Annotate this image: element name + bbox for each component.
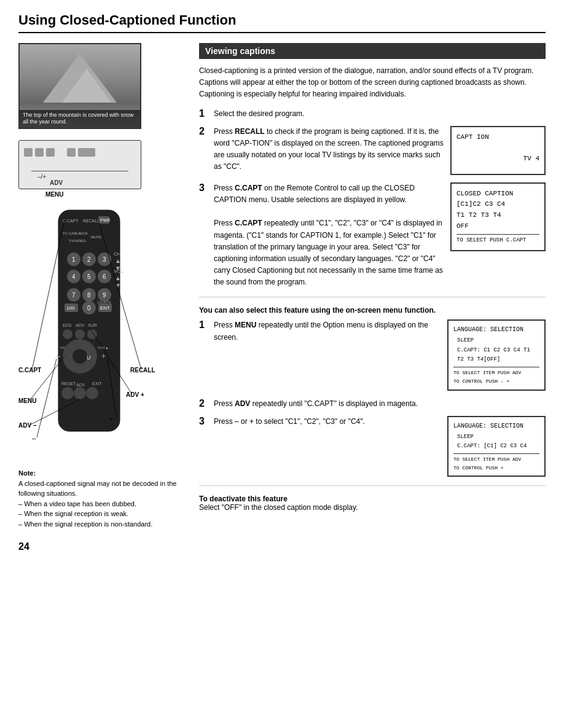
svg-text:8: 8 (87, 292, 91, 299)
section-header: Viewing captions (199, 43, 546, 59)
svg-text:ADV –: ADV – (18, 422, 37, 429)
svg-point-46 (87, 329, 97, 339)
divider-2 (199, 485, 546, 486)
recall-label: RECALL (235, 127, 265, 136)
step-3-text: Press C.CAPT on the Remote Control to ca… (214, 182, 444, 289)
svg-text:1: 1 (72, 256, 76, 263)
menu1-line2: SLEEP (457, 336, 539, 345)
svg-text:MENU: MENU (18, 397, 36, 404)
note-item-2: – When a video tape has been dubbed. (18, 499, 184, 509)
svg-text:4: 4 (72, 273, 76, 280)
screen2-line3: T1 T2 T3 T4 (456, 210, 539, 221)
menu2-note: TO SELECT ITEM PUSH ADVTO CONTROL PUSH + (453, 453, 539, 472)
part2-step-2-num: 2 (199, 398, 209, 409)
svg-text:0: 0 (87, 305, 91, 311)
caption-screen-1: CAPT ION TV 4 (450, 126, 546, 175)
part2-step-1-num: 1 (199, 319, 209, 331)
svg-text:VOL: VOL (114, 268, 124, 274)
svg-text:CH: CH (114, 251, 121, 257)
page-title: Using Closed-Captioned Function (18, 12, 546, 33)
intro-line-3: Captioning is especially helpful for hea… (199, 88, 546, 100)
part2-step-3: 3 Press – or + to select "C1", "C2", "C3… (199, 416, 546, 477)
caption-screen-2: CLOSED CAPTION [C1]C2 C3 C4 T1 T2 T3 T4 … (450, 182, 546, 251)
intro-line-2: Captions will appear at either the top o… (199, 77, 546, 88)
device-label-menu: MENU (45, 191, 63, 198)
svg-point-57 (86, 387, 98, 399)
menu1-note: TO SELECT ITEM PUSH ADVTO CONTROL PUSH –… (453, 367, 539, 385)
note-box: Note: A closed-captioned signal may not … (18, 468, 184, 529)
menu1-line1: LANGUAGE: SELECTION (453, 324, 539, 335)
part2-step-2: 2 Press ADV repeatedly until "C.CAPT" is… (199, 398, 546, 410)
screen2-line5: TO SELECT PUSH C.CAPT (456, 236, 539, 245)
svg-text:6: 6 (103, 273, 106, 280)
tv-image: The top of the mountain is covered with … (18, 43, 141, 129)
screen1-line3: TV 4 (456, 154, 539, 165)
svg-text:ADV +: ADV + (126, 391, 144, 398)
svg-text:TV: TV (63, 232, 68, 235)
svg-text:RECALL: RECALL (130, 367, 155, 374)
menu1-line4: T2 T3 T4[OFF] (457, 355, 539, 364)
note-item-1: A closed-captioned signal may not be dec… (18, 479, 184, 499)
svg-point-45 (75, 329, 85, 339)
step-1-num: 1 (199, 108, 209, 119)
svg-text:9: 9 (103, 292, 106, 299)
svg-text:C.CAPT: C.CAPT (63, 219, 79, 223)
left-column: The top of the mountain is covered with … (18, 43, 184, 552)
svg-text:ENT: ENT (100, 305, 110, 311)
svg-text:100: 100 (66, 305, 75, 311)
part2-step-2-after: repeatedly until "C.CAPT" is displayed i… (253, 399, 418, 408)
note-item-3: – When the signal reception is weak. (18, 509, 184, 519)
step-2-text: Press RECALL to check if the program is … (214, 126, 444, 173)
svg-text:3: 3 (103, 256, 106, 263)
svg-text:MUTE: MUTE (91, 235, 101, 239)
part2-step-1-text: Press MENU repeatedly until the Option m… (214, 319, 441, 343)
step-3-text2: repeatedly until "C1", "C2", "C3" or "C4… (214, 219, 443, 286)
menu2-line1: LANGUAGE: SELECTION (453, 421, 539, 431)
step-2: 2 Press RECALL to check if the program i… (199, 126, 546, 175)
svg-text:RESET: RESET (61, 382, 76, 386)
bold-note: You can also select this feature using t… (199, 306, 546, 315)
device-label-adv: ADV (50, 179, 63, 186)
svg-text:+: + (109, 415, 113, 423)
device-btn-1 (24, 148, 33, 157)
svg-text:–: – (57, 352, 61, 361)
menu2-line2: SLEEP (457, 432, 539, 442)
step-3-num: 3 (199, 182, 209, 194)
note-item-4: – When the signal reception is non-stand… (18, 519, 184, 530)
svg-text:CABLE: CABLE (69, 232, 81, 235)
svg-text:C.CAPT: C.CAPT (18, 367, 41, 374)
svg-point-56 (61, 387, 74, 399)
part2-step-2-text: Press ADV repeatedly until "C.CAPT" is d… (214, 398, 546, 410)
svg-text:ADV: ADV (76, 323, 85, 327)
divider-1 (199, 297, 546, 297)
svg-text:7: 7 (72, 292, 76, 299)
adv-label: ADV (235, 399, 250, 408)
remote-area: C.CAPT RECALL PWR TV CABLE VCR TV/VIDEO … (18, 204, 184, 462)
right-column: Viewing captions Closed-captioning is a … (199, 43, 546, 552)
screen2-line2: [C1]C2 C3 C4 (456, 199, 539, 210)
part2-step-3-text: Press – or + to select "C1", "C2", "C3" … (214, 416, 441, 428)
device-btn-3 (46, 148, 55, 157)
svg-text:2: 2 (87, 256, 91, 263)
menu-label-1: MENU (235, 321, 256, 329)
menu1-line3: C.CAPT: C1 C2 C3 C4 T1 (457, 346, 539, 355)
page-number: 24 (18, 541, 184, 552)
deactivate-title: To deactivate this feature (199, 495, 546, 503)
svg-text:EXIT: EXIT (92, 382, 102, 386)
note-title: Note: (18, 468, 184, 479)
intro-line-1: Closed-captioning is a printed version o… (199, 65, 546, 77)
svg-text:EDS: EDS (63, 323, 72, 327)
deactivate-text: Select "OFF" in the closed caption mode … (199, 503, 546, 512)
intro-text: Closed-captioning is a printed version o… (199, 65, 546, 101)
svg-text:+: + (101, 352, 106, 361)
svg-text:ADV: ADV (76, 383, 85, 387)
part2-step-1: 1 Press MENU repeatedly until the Option… (199, 319, 546, 390)
device-btn-2 (35, 148, 44, 157)
svg-text:▲: ▲ (115, 257, 121, 264)
ccapt-label-2: C.CAPT (235, 219, 262, 227)
deactivate-section: To deactivate this feature Select "OFF" … (199, 495, 546, 512)
device-btn-4 (67, 148, 76, 157)
step-1: 1 Select the desired program. (199, 108, 546, 120)
step-1-text: Select the desired program. (214, 108, 546, 120)
part2-step-3-num: 3 (199, 416, 209, 427)
